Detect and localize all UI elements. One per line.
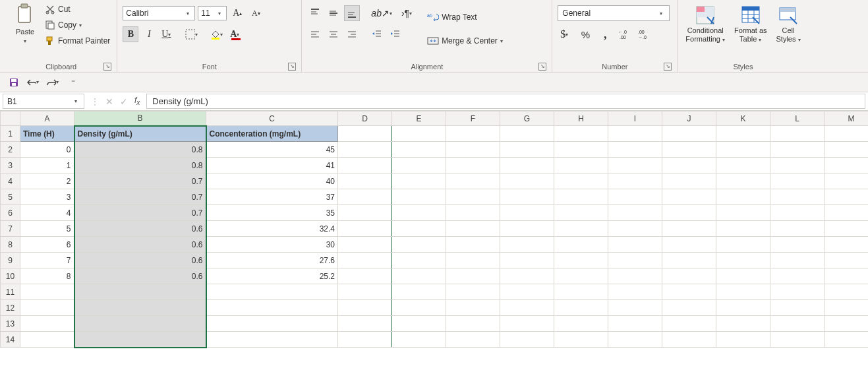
- cell-I7[interactable]: [608, 221, 662, 237]
- select-all-corner[interactable]: [1, 111, 20, 126]
- cell-G5[interactable]: [500, 189, 554, 205]
- cell-A10[interactable]: 8: [20, 268, 74, 284]
- cell-J8[interactable]: [662, 237, 716, 253]
- cell-J7[interactable]: [662, 221, 716, 237]
- column-header-I[interactable]: I: [608, 111, 662, 126]
- cell-H4[interactable]: [554, 173, 608, 189]
- increase-indent-button[interactable]: [388, 26, 403, 42]
- cell-I12[interactable]: [608, 300, 662, 316]
- copy-button[interactable]: Copy ▾: [43, 18, 111, 32]
- cell-I10[interactable]: [608, 268, 662, 284]
- cell-B1[interactable]: Density (g/mL): [74, 126, 206, 142]
- cell-A11[interactable]: [20, 284, 74, 300]
- accept-formula-button[interactable]: ✓: [120, 96, 128, 107]
- comma-style-button[interactable]: ,: [597, 26, 613, 42]
- cell-F3[interactable]: [446, 158, 500, 173]
- cell-G12[interactable]: [500, 300, 554, 316]
- number-format-select[interactable]: General ▾: [558, 5, 670, 21]
- row-header-13[interactable]: 13: [1, 316, 20, 332]
- cell-I9[interactable]: [608, 253, 662, 268]
- dotted-handle-icon[interactable]: ⋮: [91, 97, 99, 106]
- bold-button[interactable]: B: [123, 26, 138, 42]
- cell-F14[interactable]: [446, 332, 500, 348]
- cell-C4[interactable]: 40: [206, 173, 338, 189]
- cell-K2[interactable]: [716, 142, 770, 158]
- cell-C13[interactable]: [206, 316, 338, 332]
- cell-L7[interactable]: [770, 221, 825, 237]
- cell-E8[interactable]: [392, 237, 446, 253]
- cell-K14[interactable]: [716, 332, 770, 348]
- row-header-8[interactable]: 8: [1, 237, 20, 253]
- underline-button[interactable]: U▾: [159, 26, 175, 42]
- cell-I13[interactable]: [608, 316, 662, 332]
- cell-F1[interactable]: [446, 126, 500, 142]
- cell-D8[interactable]: [338, 237, 392, 253]
- cancel-formula-button[interactable]: ✕: [105, 96, 113, 107]
- cell-C1[interactable]: Concenteration (mg/mL): [206, 126, 338, 142]
- cell-F2[interactable]: [446, 142, 500, 158]
- cell-A8[interactable]: 6: [20, 237, 74, 253]
- cell-D9[interactable]: [338, 253, 392, 268]
- cell-D12[interactable]: [338, 300, 392, 316]
- cell-I2[interactable]: [608, 142, 662, 158]
- increase-decimal-button[interactable]: ←.0.00: [617, 26, 633, 42]
- font-size-select[interactable]: 11 ▾: [198, 6, 227, 20]
- cell-F6[interactable]: [446, 205, 500, 221]
- cell-A3[interactable]: 1: [20, 158, 74, 173]
- column-header-J[interactable]: J: [662, 111, 716, 126]
- orientation-button[interactable]: ab↗▾: [369, 5, 397, 21]
- row-header-4[interactable]: 4: [1, 173, 20, 189]
- cell-C9[interactable]: 27.6: [206, 253, 338, 268]
- cell-K13[interactable]: [716, 316, 770, 332]
- cell-F5[interactable]: [446, 189, 500, 205]
- cell-A7[interactable]: 5: [20, 221, 74, 237]
- cell-K6[interactable]: [716, 205, 770, 221]
- column-header-A[interactable]: A: [20, 111, 74, 126]
- cell-D1[interactable]: [338, 126, 392, 142]
- cell-H9[interactable]: [554, 253, 608, 268]
- cell-F4[interactable]: [446, 173, 500, 189]
- cell-D10[interactable]: [338, 268, 392, 284]
- align-bottom-button[interactable]: [344, 5, 360, 21]
- row-header-2[interactable]: 2: [1, 142, 20, 158]
- cell-H7[interactable]: [554, 221, 608, 237]
- cell-H12[interactable]: [554, 300, 608, 316]
- cell-K8[interactable]: [716, 237, 770, 253]
- cell-H6[interactable]: [554, 205, 608, 221]
- cell-B2[interactable]: 0.8: [74, 142, 206, 158]
- cell-C6[interactable]: 35: [206, 205, 338, 221]
- cell-C8[interactable]: 30: [206, 237, 338, 253]
- cell-H8[interactable]: [554, 237, 608, 253]
- cell-G4[interactable]: [500, 173, 554, 189]
- cell-B7[interactable]: 0.6: [74, 221, 206, 237]
- redo-button[interactable]: ▾: [46, 75, 61, 90]
- align-right-button[interactable]: [344, 26, 360, 42]
- cell-J6[interactable]: [662, 205, 716, 221]
- align-center-button[interactable]: [326, 26, 341, 42]
- formula-bar-input[interactable]: Density (g/mL): [146, 94, 865, 109]
- cell-M8[interactable]: [825, 237, 869, 253]
- font-launcher[interactable]: ↘: [288, 63, 296, 71]
- cell-G11[interactable]: [500, 284, 554, 300]
- cell-M6[interactable]: [825, 205, 869, 221]
- cell-A4[interactable]: 2: [20, 173, 74, 189]
- cell-F11[interactable]: [446, 284, 500, 300]
- cell-J14[interactable]: [662, 332, 716, 348]
- cell-G13[interactable]: [500, 316, 554, 332]
- border-button[interactable]: ▾: [185, 26, 200, 42]
- cell-A2[interactable]: 0: [20, 142, 74, 158]
- align-left-button[interactable]: [307, 26, 323, 42]
- cell-D5[interactable]: [338, 189, 392, 205]
- cell-G10[interactable]: [500, 268, 554, 284]
- merge-center-button[interactable]: Merge & Center ▾: [426, 34, 507, 47]
- cell-B14[interactable]: [74, 332, 206, 348]
- cell-L2[interactable]: [770, 142, 825, 158]
- row-header-9[interactable]: 9: [1, 253, 20, 268]
- cell-F12[interactable]: [446, 300, 500, 316]
- font-name-select[interactable]: Calibri ▾: [123, 6, 195, 20]
- column-header-G[interactable]: G: [500, 111, 554, 126]
- cell-B4[interactable]: 0.7: [74, 173, 206, 189]
- column-header-H[interactable]: H: [554, 111, 608, 126]
- cell-B6[interactable]: 0.7: [74, 205, 206, 221]
- cell-F8[interactable]: [446, 237, 500, 253]
